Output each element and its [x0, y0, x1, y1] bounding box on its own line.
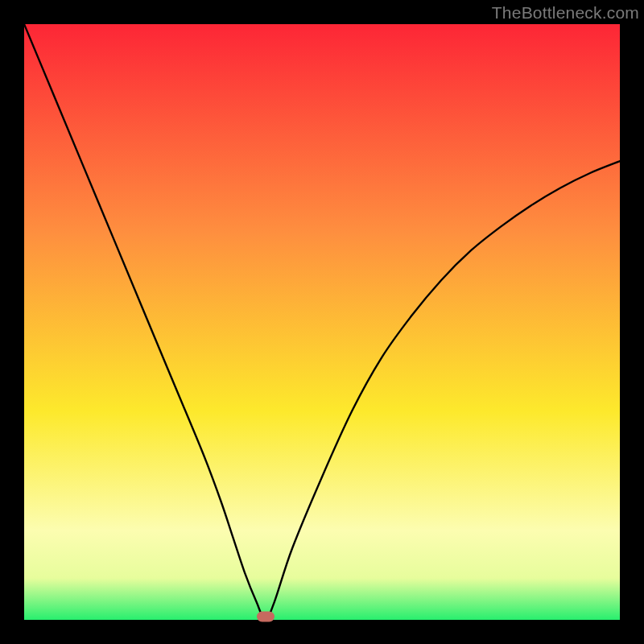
- chart-frame: [24, 24, 620, 620]
- chart-plot: [24, 24, 620, 620]
- optimum-marker: [257, 612, 275, 622]
- watermark-text: TheBottleneck.com: [492, 3, 639, 23]
- gradient-background: [24, 24, 620, 620]
